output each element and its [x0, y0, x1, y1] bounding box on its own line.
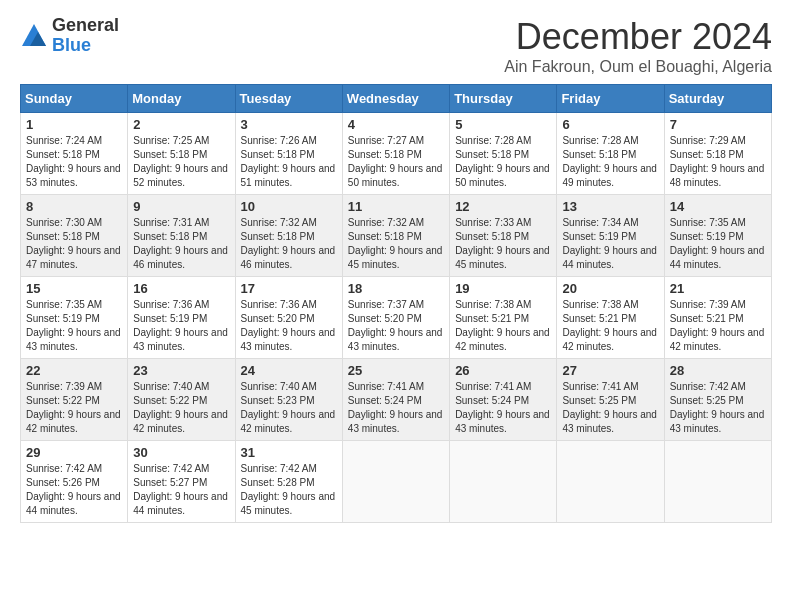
cell-text: Sunrise: 7:37 AMSunset: 5:20 PMDaylight:…: [348, 298, 444, 354]
logo-blue: Blue: [52, 36, 119, 56]
cell-text: Sunrise: 7:24 AMSunset: 5:18 PMDaylight:…: [26, 134, 122, 190]
day-cell: 7Sunrise: 7:29 AMSunset: 5:18 PMDaylight…: [664, 113, 771, 195]
day-number: 12: [455, 199, 551, 214]
cell-text: Sunrise: 7:42 AMSunset: 5:26 PMDaylight:…: [26, 462, 122, 518]
cell-text: Sunrise: 7:30 AMSunset: 5:18 PMDaylight:…: [26, 216, 122, 272]
header-cell-wednesday: Wednesday: [342, 85, 449, 113]
header-row: SundayMondayTuesdayWednesdayThursdayFrid…: [21, 85, 772, 113]
cell-text: Sunrise: 7:42 AMSunset: 5:27 PMDaylight:…: [133, 462, 229, 518]
cell-text: Sunrise: 7:34 AMSunset: 5:19 PMDaylight:…: [562, 216, 658, 272]
cell-text: Sunrise: 7:35 AMSunset: 5:19 PMDaylight:…: [26, 298, 122, 354]
day-cell: 25Sunrise: 7:41 AMSunset: 5:24 PMDayligh…: [342, 359, 449, 441]
day-number: 28: [670, 363, 766, 378]
cell-text: Sunrise: 7:41 AMSunset: 5:24 PMDaylight:…: [455, 380, 551, 436]
day-number: 3: [241, 117, 337, 132]
day-cell: 22Sunrise: 7:39 AMSunset: 5:22 PMDayligh…: [21, 359, 128, 441]
day-cell: 10Sunrise: 7:32 AMSunset: 5:18 PMDayligh…: [235, 195, 342, 277]
cell-text: Sunrise: 7:35 AMSunset: 5:19 PMDaylight:…: [670, 216, 766, 272]
cell-text: Sunrise: 7:40 AMSunset: 5:23 PMDaylight:…: [241, 380, 337, 436]
day-number: 17: [241, 281, 337, 296]
day-cell: 15Sunrise: 7:35 AMSunset: 5:19 PMDayligh…: [21, 277, 128, 359]
day-number: 29: [26, 445, 122, 460]
week-row-1: 1Sunrise: 7:24 AMSunset: 5:18 PMDaylight…: [21, 113, 772, 195]
cell-text: Sunrise: 7:26 AMSunset: 5:18 PMDaylight:…: [241, 134, 337, 190]
day-cell: 2Sunrise: 7:25 AMSunset: 5:18 PMDaylight…: [128, 113, 235, 195]
logo: General Blue: [20, 16, 119, 56]
day-number: 11: [348, 199, 444, 214]
cell-text: Sunrise: 7:27 AMSunset: 5:18 PMDaylight:…: [348, 134, 444, 190]
week-row-2: 8Sunrise: 7:30 AMSunset: 5:18 PMDaylight…: [21, 195, 772, 277]
week-row-4: 22Sunrise: 7:39 AMSunset: 5:22 PMDayligh…: [21, 359, 772, 441]
day-number: 9: [133, 199, 229, 214]
location-title: Ain Fakroun, Oum el Bouaghi, Algeria: [504, 58, 772, 76]
day-number: 21: [670, 281, 766, 296]
day-number: 30: [133, 445, 229, 460]
day-number: 16: [133, 281, 229, 296]
cell-text: Sunrise: 7:38 AMSunset: 5:21 PMDaylight:…: [562, 298, 658, 354]
cell-text: Sunrise: 7:36 AMSunset: 5:20 PMDaylight:…: [241, 298, 337, 354]
day-cell: 23Sunrise: 7:40 AMSunset: 5:22 PMDayligh…: [128, 359, 235, 441]
day-cell: 14Sunrise: 7:35 AMSunset: 5:19 PMDayligh…: [664, 195, 771, 277]
day-cell: 26Sunrise: 7:41 AMSunset: 5:24 PMDayligh…: [450, 359, 557, 441]
day-number: 10: [241, 199, 337, 214]
day-cell: [342, 441, 449, 523]
day-cell: [557, 441, 664, 523]
header-cell-monday: Monday: [128, 85, 235, 113]
day-number: 7: [670, 117, 766, 132]
cell-text: Sunrise: 7:42 AMSunset: 5:28 PMDaylight:…: [241, 462, 337, 518]
header-cell-sunday: Sunday: [21, 85, 128, 113]
day-number: 24: [241, 363, 337, 378]
day-number: 5: [455, 117, 551, 132]
day-cell: 6Sunrise: 7:28 AMSunset: 5:18 PMDaylight…: [557, 113, 664, 195]
calendar-table: SundayMondayTuesdayWednesdayThursdayFrid…: [20, 84, 772, 523]
day-number: 13: [562, 199, 658, 214]
day-number: 22: [26, 363, 122, 378]
cell-text: Sunrise: 7:33 AMSunset: 5:18 PMDaylight:…: [455, 216, 551, 272]
header-cell-thursday: Thursday: [450, 85, 557, 113]
day-cell: 27Sunrise: 7:41 AMSunset: 5:25 PMDayligh…: [557, 359, 664, 441]
day-cell: 24Sunrise: 7:40 AMSunset: 5:23 PMDayligh…: [235, 359, 342, 441]
logo-general: General: [52, 16, 119, 36]
day-number: 23: [133, 363, 229, 378]
cell-text: Sunrise: 7:40 AMSunset: 5:22 PMDaylight:…: [133, 380, 229, 436]
header: General Blue December 2024 Ain Fakroun, …: [20, 16, 772, 76]
day-cell: 18Sunrise: 7:37 AMSunset: 5:20 PMDayligh…: [342, 277, 449, 359]
day-cell: 19Sunrise: 7:38 AMSunset: 5:21 PMDayligh…: [450, 277, 557, 359]
day-number: 6: [562, 117, 658, 132]
day-number: 15: [26, 281, 122, 296]
cell-text: Sunrise: 7:41 AMSunset: 5:25 PMDaylight:…: [562, 380, 658, 436]
day-cell: 17Sunrise: 7:36 AMSunset: 5:20 PMDayligh…: [235, 277, 342, 359]
cell-text: Sunrise: 7:28 AMSunset: 5:18 PMDaylight:…: [455, 134, 551, 190]
day-number: 2: [133, 117, 229, 132]
cell-text: Sunrise: 7:42 AMSunset: 5:25 PMDaylight:…: [670, 380, 766, 436]
logo-text: General Blue: [52, 16, 119, 56]
day-number: 31: [241, 445, 337, 460]
day-cell: 29Sunrise: 7:42 AMSunset: 5:26 PMDayligh…: [21, 441, 128, 523]
logo-icon: [20, 22, 48, 50]
day-cell: 16Sunrise: 7:36 AMSunset: 5:19 PMDayligh…: [128, 277, 235, 359]
day-number: 18: [348, 281, 444, 296]
day-number: 4: [348, 117, 444, 132]
day-cell: [450, 441, 557, 523]
cell-text: Sunrise: 7:39 AMSunset: 5:22 PMDaylight:…: [26, 380, 122, 436]
day-number: 1: [26, 117, 122, 132]
cell-text: Sunrise: 7:41 AMSunset: 5:24 PMDaylight:…: [348, 380, 444, 436]
day-number: 26: [455, 363, 551, 378]
day-cell: 9Sunrise: 7:31 AMSunset: 5:18 PMDaylight…: [128, 195, 235, 277]
cell-text: Sunrise: 7:28 AMSunset: 5:18 PMDaylight:…: [562, 134, 658, 190]
header-cell-friday: Friday: [557, 85, 664, 113]
cell-text: Sunrise: 7:36 AMSunset: 5:19 PMDaylight:…: [133, 298, 229, 354]
week-row-5: 29Sunrise: 7:42 AMSunset: 5:26 PMDayligh…: [21, 441, 772, 523]
cell-text: Sunrise: 7:38 AMSunset: 5:21 PMDaylight:…: [455, 298, 551, 354]
day-cell: 1Sunrise: 7:24 AMSunset: 5:18 PMDaylight…: [21, 113, 128, 195]
day-cell: [664, 441, 771, 523]
day-cell: 4Sunrise: 7:27 AMSunset: 5:18 PMDaylight…: [342, 113, 449, 195]
day-cell: 28Sunrise: 7:42 AMSunset: 5:25 PMDayligh…: [664, 359, 771, 441]
cell-text: Sunrise: 7:32 AMSunset: 5:18 PMDaylight:…: [348, 216, 444, 272]
cell-text: Sunrise: 7:25 AMSunset: 5:18 PMDaylight:…: [133, 134, 229, 190]
day-number: 25: [348, 363, 444, 378]
month-title: December 2024: [504, 16, 772, 58]
day-cell: 12Sunrise: 7:33 AMSunset: 5:18 PMDayligh…: [450, 195, 557, 277]
day-number: 20: [562, 281, 658, 296]
cell-text: Sunrise: 7:29 AMSunset: 5:18 PMDaylight:…: [670, 134, 766, 190]
